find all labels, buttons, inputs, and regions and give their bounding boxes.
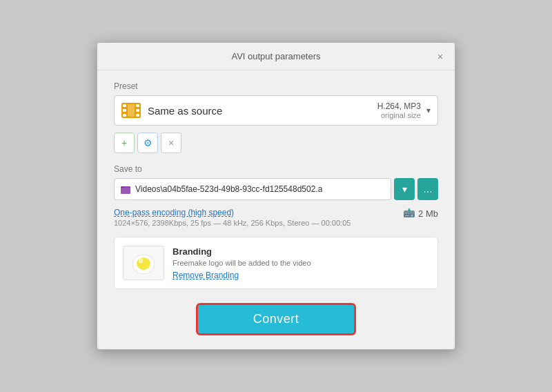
svg-rect-5 [123,114,126,117]
svg-rect-3 [123,109,126,112]
title-bar: AVI output parameters × [97,43,455,70]
chevron-down-icon: ▾ [426,106,431,115]
save-to-row: Videos\a04b5fae-523d-49b8-93cc-fd125548d… [114,178,438,200]
freemake-logo [130,251,157,275]
add-preset-button[interactable]: + [114,133,135,153]
preset-info: H.264, MP3 original size [377,101,421,119]
preset-label: Preset [114,81,438,91]
close-icon: × [168,137,174,148]
branding-thumbnail [123,246,164,280]
dropdown-arrow-icon: ▾ [402,184,407,195]
preset-dropdown[interactable]: Same as source H.264, MP3 original size … [114,95,438,126]
svg-marker-15 [408,208,411,210]
svg-rect-14 [405,215,409,216]
svg-point-13 [411,215,413,217]
svg-point-19 [139,259,143,264]
encoding-info: One-pass encoding (high speed) 1024×576,… [114,207,351,227]
svg-rect-4 [136,109,139,112]
convert-button[interactable]: Convert [196,303,357,335]
svg-rect-10 [121,188,130,194]
svg-rect-7 [128,104,135,117]
browse-button[interactable]: … [417,178,438,200]
branding-section: Branding Freemake logo will be added to … [114,237,438,289]
dialog-title: AVI output parameters [231,51,320,61]
encoding-section: One-pass encoding (high speed) 1024×576,… [114,207,438,227]
svg-point-18 [137,257,150,270]
avi-output-dialog: AVI output parameters × Preset Same as s… [97,42,455,350]
folder-icon [120,184,131,195]
convert-btn-wrapper: Convert [114,303,438,335]
file-size-value: 2 Mb [418,208,438,219]
encoding-details: 1024×576, 2398Kbps, 25 fps — 48 kHz, 256… [114,219,351,227]
save-to-dropdown-button[interactable]: ▾ [394,178,415,200]
svg-rect-1 [123,104,126,107]
file-size: 2 Mb [403,207,438,219]
preset-codec: H.264, MP3 [377,101,421,111]
dialog-body: Preset Same as source H.264, MP3 origina… [97,70,455,349]
svg-rect-16 [408,210,409,213]
preset-actions: + ⚙ × [114,133,438,153]
film-icon [121,103,141,118]
gear-icon: ⚙ [144,137,152,148]
branding-title: Branding [172,246,429,257]
settings-preset-button[interactable]: ⚙ [137,133,158,153]
remove-branding-link[interactable]: Remove Branding [172,271,239,280]
close-button[interactable]: × [434,50,446,63]
branding-info: Branding Freemake logo will be added to … [172,246,429,280]
save-to-label: Save to [114,164,438,174]
encoding-row: One-pass encoding (high speed) 1024×576,… [114,207,438,227]
encoding-link[interactable]: One-pass encoding (high speed) [114,208,234,217]
branding-description: Freemake logo will be added to the video [172,259,429,267]
remove-preset-button[interactable]: × [161,133,181,153]
svg-rect-2 [136,104,139,107]
save-to-input[interactable]: Videos\a04b5fae-523d-49b8-93cc-fd125548d… [114,178,391,200]
hdd-icon [403,207,415,219]
svg-rect-6 [136,114,139,117]
save-to-path: Videos\a04b5fae-523d-49b8-93cc-fd125548d… [135,184,322,194]
preset-name: Same as source [148,105,377,117]
preset-size: original size [377,111,421,119]
